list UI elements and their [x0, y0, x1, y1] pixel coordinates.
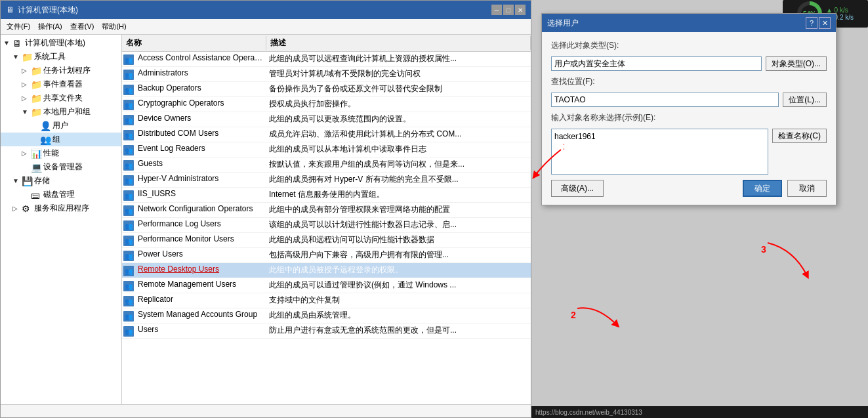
table-row[interactable]: 👥Administrators管理员对计算机/域有不受限制的完全访问权: [122, 67, 531, 82]
group-icon: 👥: [122, 189, 135, 201]
table-row[interactable]: 👥Remote Desktop Users此组中的成员被授予远程登录的权限。: [122, 263, 531, 278]
arrow-icon: ▼: [12, 177, 22, 184]
max-button[interactable]: □: [503, 5, 514, 15]
main-content: ▼ 🖥 计算机管理(本地) ▼ 📁 系统工具 ▷ 📁 任务计划程序 ▷ 📁 事件…: [1, 35, 531, 404]
group-icon: 👥: [122, 234, 135, 246]
group-icon: 👥: [122, 204, 135, 216]
select-close-btn[interactable]: ✕: [819, 17, 831, 29]
folder-icon: 📁: [31, 66, 41, 76]
check-name-btn[interactable]: 检查名称(C): [772, 129, 827, 143]
table-row[interactable]: 👥Device Owners此组的成员可以更改系统范围内的设置。: [122, 112, 531, 127]
select-body: 选择此对象类型(S): 对象类型(O)... 查找位置(F): 位置(L)...…: [542, 32, 836, 205]
group-icon: 👥: [122, 310, 135, 322]
group-desc: 此组的成员可以从本地计算机中读取事件日志: [266, 144, 531, 155]
arrow-icon: [31, 122, 40, 129]
device-icon: 💻: [31, 162, 41, 173]
group-icon: 👥: [122, 53, 135, 65]
select-ok-btn[interactable]: 确定: [743, 180, 782, 197]
menu-view[interactable]: 查看(V): [67, 20, 98, 33]
sidebar-item-device-manager[interactable]: 💻 设备管理器: [1, 160, 121, 174]
table-row[interactable]: 👥Access Control Assistance Operato...此组的…: [122, 52, 531, 67]
group-icon: 👥: [122, 144, 135, 156]
sidebar-item-root[interactable]: ▼ 🖥 计算机管理(本地): [1, 36, 121, 50]
table-row[interactable]: 👥Guests按默认值，来宾跟用户组的成员有同等访问权，但是来...: [122, 157, 531, 173]
arrow-icon: ▼: [22, 108, 31, 115]
sidebar-item-system-tools[interactable]: ▼ 📁 系统工具: [1, 50, 121, 64]
group-icon: 👥: [122, 174, 135, 186]
sidebar-item-task-scheduler[interactable]: ▷ 📁 任务计划程序: [1, 64, 121, 77]
arrow-icon: ▷: [12, 205, 22, 212]
header-name[interactable]: 名称: [122, 36, 266, 50]
object-name-label-row: 输入对象名称来选择(示例)(E):: [551, 112, 827, 123]
group-icon: 👥: [122, 280, 135, 291]
sidebar-item-services[interactable]: ▷ ⚙ 服务和应用程序: [1, 201, 121, 215]
select-cancel-btn[interactable]: 取消: [787, 180, 827, 197]
disk-icon: 🖴: [31, 190, 41, 200]
object-type-input-row: 对象类型(O)...: [551, 56, 827, 71]
status-bar: [1, 404, 531, 417]
sidebar-label: 用户: [52, 120, 68, 131]
sidebar-label: 设备管理器: [43, 161, 83, 173]
object-type-btn[interactable]: 对象类型(O)...: [766, 56, 827, 71]
arrow-icon: [22, 191, 31, 198]
table-row[interactable]: 👥Remote Management Users此组的成员可以通过管理协议(例如…: [122, 278, 531, 293]
sidebar-item-groups[interactable]: 👥 组: [1, 133, 121, 146]
sidebar-item-shared-folder[interactable]: ▷ 📁 共享文件夹: [1, 91, 121, 105]
min-button[interactable]: ─: [491, 5, 502, 15]
table-row[interactable]: 👥Hyper-V Administrators此组的成员拥有对 Hyper-V …: [122, 173, 531, 188]
table-row[interactable]: 👥Cryptographic Operators授权成员执行加密操作。: [122, 97, 531, 112]
menu-action[interactable]: 操作(A): [35, 20, 66, 33]
advanced-btn[interactable]: 高级(A)...: [551, 180, 604, 197]
storage-icon: 💾: [22, 176, 32, 186]
table-row[interactable]: 👥Power Users包括高级用户向下兼容，高级用户拥有有限的管理...: [122, 248, 531, 263]
group-desc: 授权成员执行加密操作。: [266, 98, 531, 110]
sidebar-tree: ▼ 🖥 计算机管理(本地) ▼ 📁 系统工具 ▷ 📁 任务计划程序 ▷ 📁 事件…: [1, 35, 122, 404]
location-input[interactable]: [551, 93, 779, 107]
group-icon: 👥: [122, 264, 135, 276]
select-help-btn[interactable]: ?: [806, 17, 817, 29]
table-row[interactable]: 👥Backup Operators备份操作员为了备份或还原文件可以替代安全限制: [122, 82, 531, 97]
groups-list: 👥Access Control Assistance Operato...此组的…: [122, 52, 531, 404]
group-name: IIS_IUSRS: [135, 189, 266, 198]
group-desc: 包括高级用户向下兼容，高级用户拥有有限的管理...: [266, 249, 531, 261]
group-name: Power Users: [135, 249, 266, 259]
group-icon: 👥: [122, 83, 135, 95]
arrow-icon: ▷: [22, 150, 31, 157]
group-name: Access Control Assistance Operato...: [135, 53, 266, 62]
table-row[interactable]: 👥Replicator支持域中的文件复制: [122, 293, 531, 308]
table-row[interactable]: 👥Users防止用户进行有意或无意的系统范围的更改，但是可...: [122, 324, 531, 339]
table-row[interactable]: 👥Distributed COM Users成员允许启动、激活和使用此计算机上的…: [122, 127, 531, 142]
group-name: Users: [135, 325, 266, 334]
header-desc[interactable]: 描述: [266, 36, 531, 50]
table-row[interactable]: 👥System Managed Accounts Group此组的成员由系统管理…: [122, 308, 531, 324]
list-header: 名称 描述: [122, 35, 531, 52]
sidebar-item-local-users-groups[interactable]: ▼ 📁 本地用户和组: [1, 105, 121, 119]
sidebar-item-disk-management[interactable]: 🖴 磁盘管理: [1, 188, 121, 201]
location-btn[interactable]: 位置(L)...: [783, 93, 827, 107]
sidebar-label: 本地用户和组: [43, 106, 91, 117]
group-name: System Managed Accounts Group: [135, 310, 266, 319]
sidebar-item-storage[interactable]: ▼ 💾 存储: [1, 174, 121, 188]
sidebar-item-event-viewer[interactable]: ▷ 📁 事件查看器: [1, 77, 121, 91]
group-name: Event Log Readers: [135, 144, 266, 153]
folder-icon: 📁: [31, 79, 41, 90]
annotation-3: 3: [761, 236, 814, 285]
table-row[interactable]: 👥IIS_IUSRSInternet 信息服务使用的内置组。: [122, 188, 531, 203]
table-row[interactable]: 👥Performance Monitor Users此组的成员和远程访问可以访问…: [122, 233, 531, 248]
group-icon: 👥: [122, 249, 135, 261]
object-name-input[interactable]: hacker1961: [551, 129, 768, 175]
group-desc: 管理员对计算机/域有不受限制的完全访问权: [266, 68, 531, 79]
object-type-input[interactable]: [551, 56, 762, 71]
sidebar-item-performance[interactable]: ▷ 📊 性能: [1, 146, 121, 160]
menu-help[interactable]: 帮助(H): [98, 20, 129, 33]
group-name: Remote Desktop Users: [135, 264, 266, 274]
object-type-row: 选择此对象类型(S):: [551, 40, 827, 51]
table-row[interactable]: 👥Performance Log Users该组的成员可以以计划进行性能计数器日…: [122, 218, 531, 233]
table-row[interactable]: 👥Event Log Readers此组的成员可以从本地计算机中读取事件日志: [122, 142, 531, 157]
table-row[interactable]: 👥Network Configuration Operators此组中的成员有部…: [122, 203, 531, 218]
close-button[interactable]: ✕: [515, 5, 526, 15]
group-name: Network Configuration Operators: [135, 204, 266, 213]
group-desc: 成员允许启动、激活和使用此计算机上的分布式 COM...: [266, 129, 531, 140]
sidebar-item-users[interactable]: 👤 用户: [1, 119, 121, 133]
menu-file[interactable]: 文件(F): [3, 20, 33, 33]
